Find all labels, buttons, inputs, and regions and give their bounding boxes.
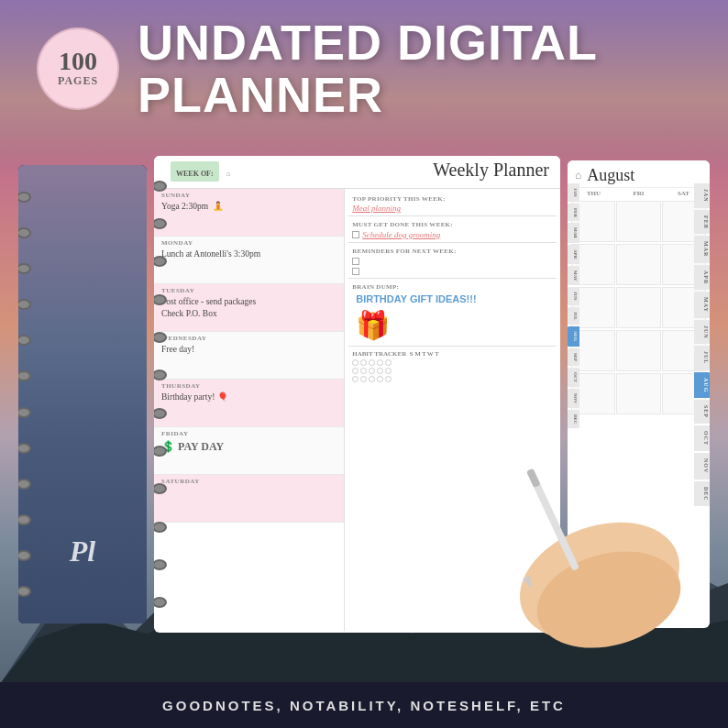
habit-days: S M T W T xyxy=(410,350,439,358)
svg-rect-7 xyxy=(526,469,541,489)
day-label-thursday: THURSDAY xyxy=(161,382,336,390)
habit-circle xyxy=(377,376,383,382)
week-of-label: WEEK OF: xyxy=(176,170,214,178)
left-tab-jun[interactable]: JUN xyxy=(568,287,579,305)
top-priority-section: TOP PRIORITY THIS WEEK: Meal planning xyxy=(348,193,557,216)
tab-aug[interactable]: AUG xyxy=(694,372,710,398)
tab-jun[interactable]: JUN xyxy=(694,320,710,345)
coil-10 xyxy=(18,514,31,525)
day-row-thursday: THURSDAY Birthday party! 🎈 xyxy=(154,380,344,427)
left-notebook: Pl xyxy=(18,165,147,623)
hand-stylus-overlay xyxy=(453,398,710,673)
calendar-month: August xyxy=(587,166,634,185)
weekly-planner-title: Weekly Planner xyxy=(433,160,549,180)
coil-6 xyxy=(18,370,31,381)
tab-may[interactable]: MAY xyxy=(694,292,710,318)
checkbox-1[interactable] xyxy=(352,231,359,238)
bottom-text: GOODNOTES, NOTABILITY, NOTESHELF, ETC xyxy=(162,698,566,713)
home-icon: ⌂ xyxy=(226,170,231,178)
tab-mar[interactable]: MAR xyxy=(694,236,710,262)
coil-8 xyxy=(18,443,31,454)
reminders-section: REMINDERS FOR NEXT WEEK: xyxy=(348,245,557,279)
reminders-label: REMINDERS FOR NEXT WEEK: xyxy=(352,248,553,255)
tab-jan[interactable]: JAN xyxy=(694,183,710,208)
coil-7 xyxy=(18,407,31,418)
must-get-done-item: Schedule dog grooming xyxy=(352,230,553,239)
left-tab-mar[interactable]: MAR xyxy=(568,223,579,243)
left-tab-oct[interactable]: OCT xyxy=(568,368,579,387)
day-row-monday: MONDAY Lunch at Antonelli's 3:30pm xyxy=(154,237,344,284)
checkbox-2[interactable] xyxy=(352,258,359,265)
left-tab-sep[interactable]: SEP xyxy=(568,348,579,366)
habit-tracker-label: HABIT TRACKER S M T W T xyxy=(352,350,553,358)
cal-row-1 xyxy=(571,201,706,242)
planner-top-header: WEEK OF: ⌂ Weekly Planner xyxy=(154,156,560,189)
left-tab-may[interactable]: MAY xyxy=(568,266,579,285)
habit-row-3 xyxy=(352,376,553,382)
m-coil-12 xyxy=(154,597,167,608)
habit-circle xyxy=(369,376,375,382)
day-content-thursday: Birthday party! 🎈 xyxy=(161,392,336,403)
left-tab-jan[interactable]: JAN xyxy=(568,183,579,202)
top-priority-content: Meal planning xyxy=(352,204,553,213)
cal-cell xyxy=(616,201,660,242)
day-row-sunday: SUNDAY Yoga 2:30pm 🧘 xyxy=(154,189,344,237)
cal-cell xyxy=(616,287,660,328)
calendar-day-headers: THU FRI SAT xyxy=(568,188,710,199)
cal-cell xyxy=(616,330,660,371)
badge-number: 100 xyxy=(59,49,97,74)
home-icon-cal: ⌂ xyxy=(575,169,581,182)
day-content-tuesday: Post office - send packagesCheck P.O. Bo… xyxy=(161,296,336,321)
day-row-wednesday: WEDNESDAY Free day! xyxy=(154,332,344,380)
day-row-tuesday: TUESDAY Post office - send packagesCheck… xyxy=(154,284,344,332)
brain-dump-section: BRAIN DUMP: BIRTHDAY GIFT IDEAS!!! 🎁 xyxy=(348,281,557,347)
cal-row-2 xyxy=(571,244,706,285)
cal-cell xyxy=(616,244,660,285)
tab-jul[interactable]: JUL xyxy=(694,346,710,370)
must-get-done-section: MUST GET DONE THIS WEEK: Schedule dog gr… xyxy=(348,218,557,243)
week-of-badge: WEEK OF: xyxy=(171,161,219,182)
cal-row-3 xyxy=(571,287,706,328)
habit-circle xyxy=(352,376,358,382)
habit-circle xyxy=(360,376,367,382)
bottom-bar: GOODNOTES, NOTABILITY, NOTESHELF, ETC xyxy=(0,682,728,728)
left-tab-feb[interactable]: FEB xyxy=(568,204,579,222)
badge-text: PAGES xyxy=(58,74,98,88)
checkbox-3[interactable] xyxy=(352,268,359,275)
m-coil-8 xyxy=(154,446,167,457)
tab-apr[interactable]: APR xyxy=(694,265,710,290)
coil-5 xyxy=(18,335,31,346)
spiral-middle xyxy=(154,156,167,633)
day-label-tuesday: TUESDAY xyxy=(161,287,336,294)
left-tab-jul[interactable]: JUL xyxy=(568,307,579,325)
left-side-tabs-cal: JAN FEB MAR APR MAY JUN JUL AUG SEP OCT … xyxy=(568,183,579,428)
spiral-left xyxy=(18,165,33,623)
left-notebook-title: Pl xyxy=(70,535,95,568)
reminder-item-2 xyxy=(352,267,553,275)
gift-icon: 🎁 xyxy=(352,307,553,343)
m-coil-3 xyxy=(154,256,167,267)
left-tab-aug[interactable]: AUG xyxy=(568,326,579,346)
top-priority-label: TOP PRIORITY THIS WEEK: xyxy=(352,195,553,203)
day-row-saturday: SATURDAY xyxy=(154,475,344,523)
week-of-area: WEEK OF: ⌂ xyxy=(171,160,350,188)
must-get-done-content: Schedule dog grooming xyxy=(362,230,440,239)
habit-row-2 xyxy=(352,368,553,374)
habit-circle xyxy=(377,368,383,374)
day-label-friday: FRIDAY xyxy=(161,430,336,437)
m-coil-2 xyxy=(154,218,167,229)
pages-badge: 100 PAGES xyxy=(37,28,119,110)
cal-header-fri: FRI xyxy=(616,190,661,197)
brain-dump-content: BIRTHDAY GIFT IDEAS!!! xyxy=(352,291,553,307)
m-coil-9 xyxy=(154,483,167,494)
days-column: SUNDAY Yoga 2:30pm 🧘 MONDAY Lunch at Ant… xyxy=(154,189,345,631)
tab-feb[interactable]: FEB xyxy=(694,210,710,235)
habit-circle xyxy=(385,376,392,382)
habit-circle xyxy=(369,368,375,374)
m-coil-1 xyxy=(154,181,167,192)
habit-tracker: HABIT TRACKER S M T W T xyxy=(348,348,557,384)
reminder-item-1 xyxy=(352,257,553,265)
coil-3 xyxy=(18,263,31,274)
m-coil-4 xyxy=(154,294,167,305)
left-tab-apr[interactable]: APR xyxy=(568,245,579,263)
